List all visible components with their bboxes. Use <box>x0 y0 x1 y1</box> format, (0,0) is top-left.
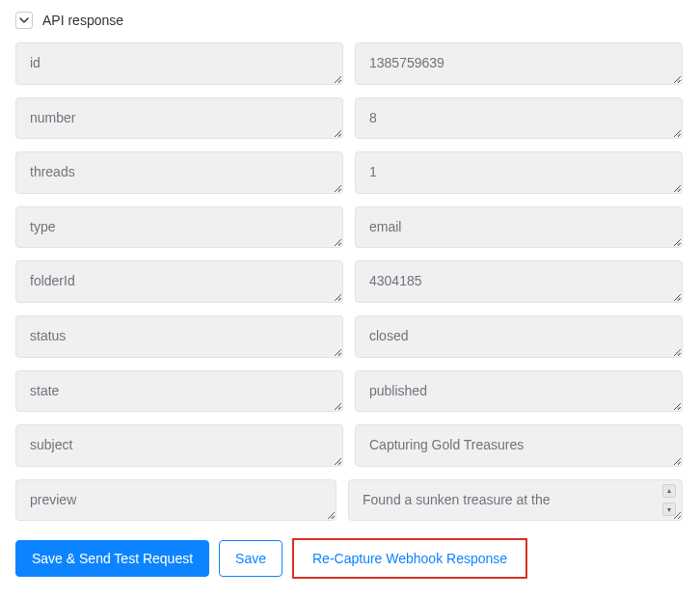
section-title: API response <box>42 13 123 28</box>
field-value[interactable]: 8 <box>355 97 683 140</box>
spinner-up-icon[interactable]: ▴ <box>662 484 676 498</box>
field-key[interactable]: subject <box>15 424 343 467</box>
field-row: state published <box>15 370 683 413</box>
field-key[interactable]: threads <box>15 151 343 194</box>
field-row: type email <box>15 206 683 249</box>
field-key[interactable]: folderId <box>15 260 343 303</box>
collapse-toggle[interactable] <box>15 12 33 29</box>
field-value[interactable]: email <box>355 206 683 249</box>
field-row: folderId 4304185 <box>15 260 683 303</box>
field-key[interactable]: preview <box>15 479 337 522</box>
field-row: threads 1 <box>15 151 683 194</box>
field-value-text: Found a sunken treasure at the <box>363 492 551 507</box>
field-value[interactable]: 1385759639 <box>355 42 683 85</box>
recapture-highlight: Re-Capture Webhook Response <box>292 538 527 579</box>
recapture-webhook-button[interactable]: Re-Capture Webhook Response <box>294 540 525 577</box>
field-value[interactable]: Capturing Gold Treasures <box>355 424 683 467</box>
field-value[interactable]: Found a sunken treasure at the ▴ ▾ <box>348 479 683 522</box>
field-row: subject Capturing Gold Treasures <box>15 424 683 467</box>
response-fields-scroll[interactable]: id 1385759639 number 8 threads 1 type em… <box>0 39 688 527</box>
save-send-test-button[interactable]: Save & Send Test Request <box>15 540 209 577</box>
field-row: status closed <box>15 315 683 358</box>
field-key[interactable]: state <box>15 370 343 413</box>
value-spinner: ▴ ▾ <box>662 484 678 517</box>
chevron-down-icon <box>19 15 29 25</box>
spinner-down-icon[interactable]: ▾ <box>662 503 676 516</box>
field-key[interactable]: id <box>15 42 343 85</box>
section-header: API response <box>0 0 700 39</box>
field-row: preview Found a sunken treasure at the ▴… <box>15 479 683 522</box>
field-key[interactable]: status <box>15 315 343 358</box>
field-key[interactable]: number <box>15 97 343 140</box>
field-value[interactable]: closed <box>355 315 683 358</box>
field-value[interactable]: 1 <box>355 151 683 194</box>
field-key[interactable]: type <box>15 206 343 249</box>
save-button[interactable]: Save <box>219 540 283 577</box>
footer-actions: Save & Send Test Request Save Re-Capture… <box>0 525 700 598</box>
field-value[interactable]: 4304185 <box>355 260 683 303</box>
field-value[interactable]: published <box>355 370 683 413</box>
field-row: number 8 <box>15 97 683 140</box>
field-row: id 1385759639 <box>15 42 683 85</box>
